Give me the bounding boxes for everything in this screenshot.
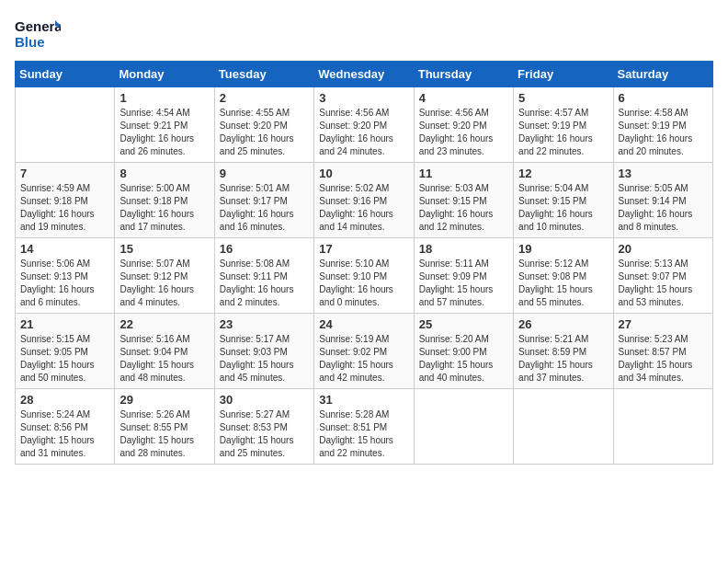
cell-info: Sunrise: 5:23 AMSunset: 8:57 PMDaylight:… [619, 333, 708, 385]
calendar-cell: 20Sunrise: 5:13 AMSunset: 9:07 PMDayligh… [613, 238, 712, 314]
day-number: 21 [20, 317, 109, 331]
weekday-header-sunday: Sunday [16, 62, 115, 87]
day-number: 18 [419, 242, 508, 256]
calendar-cell: 6Sunrise: 4:58 AMSunset: 9:19 PMDaylight… [613, 87, 712, 163]
day-number: 9 [220, 167, 309, 180]
calendar-cell: 3Sunrise: 4:56 AMSunset: 9:20 PMDaylight… [314, 87, 414, 163]
cell-info: Sunrise: 5:01 AMSunset: 9:17 PMDaylight:… [220, 182, 309, 234]
day-number: 4 [419, 91, 508, 105]
calendar-cell: 7Sunrise: 4:59 AMSunset: 9:18 PMDaylight… [16, 163, 115, 238]
calendar-cell: 30Sunrise: 5:27 AMSunset: 8:53 PMDayligh… [214, 389, 313, 465]
day-number: 8 [119, 167, 209, 180]
cell-info: Sunrise: 4:59 AMSunset: 9:18 PMDaylight:… [20, 182, 109, 234]
calendar-cell: 19Sunrise: 5:12 AMSunset: 9:08 PMDayligh… [514, 238, 613, 314]
cell-info: Sunrise: 4:54 AMSunset: 9:21 PMDaylight:… [119, 107, 209, 158]
cell-info: Sunrise: 5:27 AMSunset: 8:53 PMDaylight:… [220, 408, 309, 460]
cell-info: Sunrise: 5:26 AMSunset: 8:55 PMDaylight:… [119, 408, 209, 460]
calendar-cell: 2Sunrise: 4:55 AMSunset: 9:20 PMDaylight… [214, 87, 313, 163]
cell-info: Sunrise: 5:24 AMSunset: 8:56 PMDaylight:… [20, 408, 109, 460]
cell-info: Sunrise: 5:21 AMSunset: 8:59 PMDaylight:… [518, 333, 608, 385]
cell-info: Sunrise: 5:15 AMSunset: 9:05 PMDaylight:… [20, 333, 109, 385]
day-number: 16 [220, 242, 309, 256]
cell-info: Sunrise: 5:03 AMSunset: 9:15 PMDaylight:… [419, 182, 508, 234]
calendar-cell: 9Sunrise: 5:01 AMSunset: 9:17 PMDaylight… [214, 163, 313, 238]
calendar-cell: 12Sunrise: 5:04 AMSunset: 9:15 PMDayligh… [514, 163, 613, 238]
calendar-cell [613, 389, 712, 465]
day-number: 10 [319, 167, 408, 180]
cell-info: Sunrise: 5:00 AMSunset: 9:18 PMDaylight:… [119, 182, 209, 234]
calendar-cell: 16Sunrise: 5:08 AMSunset: 9:11 PMDayligh… [214, 238, 313, 314]
cell-info: Sunrise: 5:13 AMSunset: 9:07 PMDaylight:… [619, 258, 708, 309]
cell-info: Sunrise: 5:17 AMSunset: 9:03 PMDaylight:… [220, 333, 309, 385]
weekday-header-saturday: Saturday [613, 62, 712, 87]
calendar-cell [514, 389, 613, 465]
calendar-cell: 25Sunrise: 5:20 AMSunset: 9:00 PMDayligh… [414, 314, 513, 389]
day-number: 25 [419, 317, 508, 331]
day-number: 7 [20, 167, 109, 180]
cell-info: Sunrise: 4:56 AMSunset: 9:20 PMDaylight:… [319, 107, 408, 158]
cell-info: Sunrise: 5:19 AMSunset: 9:02 PMDaylight:… [319, 333, 408, 385]
calendar-cell: 21Sunrise: 5:15 AMSunset: 9:05 PMDayligh… [16, 314, 115, 389]
cell-info: Sunrise: 4:55 AMSunset: 9:20 PMDaylight:… [220, 107, 309, 158]
day-number: 1 [119, 91, 209, 105]
day-number: 31 [319, 393, 408, 407]
calendar-cell: 31Sunrise: 5:28 AMSunset: 8:51 PMDayligh… [314, 389, 414, 465]
cell-info: Sunrise: 4:58 AMSunset: 9:19 PMDaylight:… [619, 107, 708, 158]
calendar-cell: 17Sunrise: 5:10 AMSunset: 9:10 PMDayligh… [314, 238, 414, 314]
day-number: 15 [119, 242, 209, 256]
cell-info: Sunrise: 5:07 AMSunset: 9:12 PMDaylight:… [119, 258, 209, 309]
calendar-week-4: 21Sunrise: 5:15 AMSunset: 9:05 PMDayligh… [16, 314, 713, 389]
cell-info: Sunrise: 4:57 AMSunset: 9:19 PMDaylight:… [518, 107, 608, 158]
day-number: 30 [220, 393, 309, 407]
calendar-table: SundayMondayTuesdayWednesdayThursdayFrid… [15, 61, 713, 465]
cell-info: Sunrise: 5:20 AMSunset: 9:00 PMDaylight:… [419, 333, 508, 385]
calendar-cell: 11Sunrise: 5:03 AMSunset: 9:15 PMDayligh… [414, 163, 513, 238]
cell-info: Sunrise: 5:12 AMSunset: 9:08 PMDaylight:… [518, 258, 608, 309]
calendar-cell: 28Sunrise: 5:24 AMSunset: 8:56 PMDayligh… [16, 389, 115, 465]
page-header: General Blue [15, 15, 713, 53]
day-number: 20 [619, 242, 708, 256]
cell-info: Sunrise: 5:16 AMSunset: 9:04 PMDaylight:… [119, 333, 209, 385]
calendar-week-5: 28Sunrise: 5:24 AMSunset: 8:56 PMDayligh… [16, 389, 713, 465]
cell-info: Sunrise: 5:05 AMSunset: 9:14 PMDaylight:… [619, 182, 708, 234]
day-number: 12 [518, 167, 608, 180]
day-number: 14 [20, 242, 109, 256]
svg-text:Blue: Blue [15, 34, 45, 50]
day-number: 13 [619, 167, 708, 180]
cell-info: Sunrise: 5:11 AMSunset: 9:09 PMDaylight:… [419, 258, 508, 309]
day-number: 5 [518, 91, 608, 105]
day-number: 3 [319, 91, 408, 105]
logo-svg: General Blue [15, 15, 61, 53]
calendar-week-2: 7Sunrise: 4:59 AMSunset: 9:18 PMDaylight… [16, 163, 713, 238]
weekday-header-thursday: Thursday [414, 62, 513, 87]
weekday-header-tuesday: Tuesday [214, 62, 313, 87]
calendar-cell: 29Sunrise: 5:26 AMSunset: 8:55 PMDayligh… [115, 389, 214, 465]
calendar-header-row: SundayMondayTuesdayWednesdayThursdayFrid… [16, 62, 713, 87]
day-number: 23 [220, 317, 309, 331]
day-number: 6 [619, 91, 708, 105]
cell-info: Sunrise: 5:04 AMSunset: 9:15 PMDaylight:… [518, 182, 608, 234]
calendar-cell: 13Sunrise: 5:05 AMSunset: 9:14 PMDayligh… [613, 163, 712, 238]
day-number: 17 [319, 242, 408, 256]
day-number: 28 [20, 393, 109, 407]
calendar-cell: 23Sunrise: 5:17 AMSunset: 9:03 PMDayligh… [214, 314, 313, 389]
weekday-header-friday: Friday [514, 62, 613, 87]
calendar-cell: 10Sunrise: 5:02 AMSunset: 9:16 PMDayligh… [314, 163, 414, 238]
calendar-cell: 24Sunrise: 5:19 AMSunset: 9:02 PMDayligh… [314, 314, 414, 389]
calendar-cell: 18Sunrise: 5:11 AMSunset: 9:09 PMDayligh… [414, 238, 513, 314]
cell-info: Sunrise: 5:08 AMSunset: 9:11 PMDaylight:… [220, 258, 309, 309]
calendar-cell: 14Sunrise: 5:06 AMSunset: 9:13 PMDayligh… [16, 238, 115, 314]
calendar-cell: 26Sunrise: 5:21 AMSunset: 8:59 PMDayligh… [514, 314, 613, 389]
cell-info: Sunrise: 5:28 AMSunset: 8:51 PMDaylight:… [319, 408, 408, 460]
cell-info: Sunrise: 5:10 AMSunset: 9:10 PMDaylight:… [319, 258, 408, 309]
cell-info: Sunrise: 5:06 AMSunset: 9:13 PMDaylight:… [20, 258, 109, 309]
calendar-cell [414, 389, 513, 465]
day-number: 2 [220, 91, 309, 105]
calendar-cell: 15Sunrise: 5:07 AMSunset: 9:12 PMDayligh… [115, 238, 214, 314]
calendar-cell: 22Sunrise: 5:16 AMSunset: 9:04 PMDayligh… [115, 314, 214, 389]
svg-text:General: General [15, 18, 61, 34]
cell-info: Sunrise: 4:56 AMSunset: 9:20 PMDaylight:… [419, 107, 508, 158]
day-number: 19 [518, 242, 608, 256]
calendar-week-3: 14Sunrise: 5:06 AMSunset: 9:13 PMDayligh… [16, 238, 713, 314]
day-number: 29 [119, 393, 209, 407]
